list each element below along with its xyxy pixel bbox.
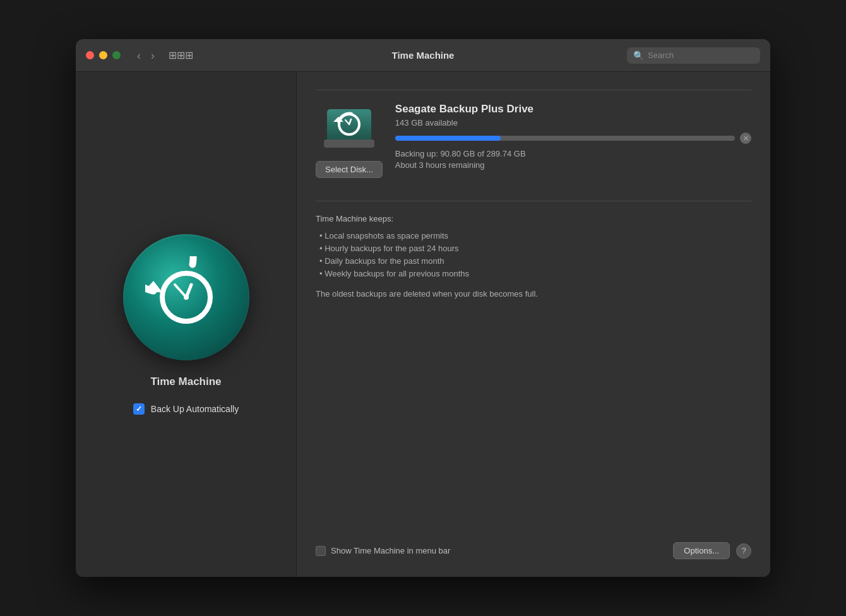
svg-rect-6: [324, 139, 374, 148]
bottom-row: Show Time Machine in menu bar Options...…: [316, 532, 751, 559]
window-title: Time Machine: [392, 50, 455, 61]
search-input[interactable]: [648, 50, 754, 60]
top-divider: [316, 90, 751, 90]
drive-icon: [324, 103, 374, 153]
svg-line-3: [175, 285, 186, 297]
list-item: Daily backups for the past month: [316, 256, 751, 266]
svg-point-4: [184, 295, 189, 300]
clock-graphic: [145, 256, 227, 338]
backup-status: Backing up: 90.80 GB of 289.74 GB: [395, 149, 751, 158]
list-item: Hourly backups for the past 24 hours: [316, 244, 751, 253]
info-list: Local snapshots as space permits Hourly …: [316, 231, 751, 278]
icon-label: Time Machine: [150, 376, 221, 388]
system-preferences-window: ‹ › ⊞⊞⊞ Time Machine 🔍: [76, 39, 770, 577]
info-section: Time Machine keeps: Local snapshots as s…: [316, 214, 751, 532]
clock-svg: [145, 256, 227, 338]
options-button[interactable]: Options...: [673, 542, 730, 559]
grid-view-button[interactable]: ⊞⊞⊞: [165, 48, 197, 62]
backup-auto-checkbox[interactable]: ✓: [133, 403, 145, 415]
progress-bar-fill: [395, 136, 501, 141]
main-content: Time Machine ✓ Back Up Automatically: [76, 72, 770, 577]
middle-divider: [316, 201, 751, 201]
show-menu-label: Show Time Machine in menu bar: [331, 546, 450, 555]
progress-bar-background: [395, 136, 735, 141]
drive-name: Seagate Backup Plus Drive: [395, 103, 751, 116]
backup-auto-row: ✓ Back Up Automatically: [133, 403, 239, 415]
right-panel: Select Disk... Seagate Backup Plus Drive…: [297, 72, 770, 577]
drive-available: 143 GB available: [395, 118, 751, 127]
back-button[interactable]: ‹: [133, 49, 145, 62]
drive-svg: [324, 103, 374, 153]
progress-container: ✕: [395, 133, 751, 144]
select-disk-button[interactable]: Select Disk...: [316, 161, 383, 178]
nav-buttons: ‹ ›: [133, 49, 158, 62]
help-button[interactable]: ?: [736, 543, 751, 559]
backup-auto-label: Back Up Automatically: [151, 404, 239, 414]
list-item: Local snapshots as space permits: [316, 231, 751, 240]
time-machine-icon: [123, 234, 249, 360]
traffic-lights: [86, 51, 121, 59]
left-panel: Time Machine ✓ Back Up Automatically: [76, 72, 297, 577]
info-title: Time Machine keeps:: [316, 214, 751, 223]
time-remaining: About 3 hours remaining: [395, 160, 751, 170]
info-note: The oldest backups are deleted when your…: [316, 288, 751, 300]
cancel-backup-button[interactable]: ✕: [740, 133, 751, 144]
checkmark-icon: ✓: [136, 405, 142, 413]
minimize-button[interactable]: [99, 51, 107, 59]
forward-button[interactable]: ›: [147, 49, 158, 62]
titlebar: ‹ › ⊞⊞⊞ Time Machine 🔍: [76, 39, 770, 72]
search-icon: 🔍: [633, 50, 644, 61]
drive-icon-area: Select Disk...: [316, 103, 383, 178]
search-box[interactable]: 🔍: [627, 47, 760, 64]
show-menu-checkbox[interactable]: [316, 546, 326, 556]
drive-section: Select Disk... Seagate Backup Plus Drive…: [316, 103, 751, 178]
list-item: Weekly backups for all previous months: [316, 269, 751, 278]
maximize-button[interactable]: [112, 51, 121, 59]
drive-info: Seagate Backup Plus Drive 143 GB availab…: [395, 103, 751, 170]
cancel-icon: ✕: [743, 135, 749, 142]
show-menu-row: Show Time Machine in menu bar: [316, 546, 673, 556]
close-button[interactable]: [86, 51, 94, 59]
